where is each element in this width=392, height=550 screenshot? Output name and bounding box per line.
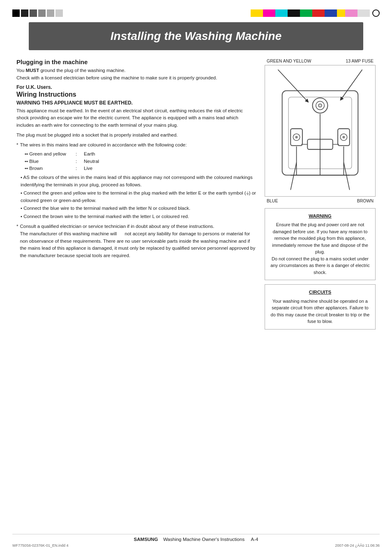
color-bar-magenta	[263, 9, 275, 17]
wire-row-green: • Green and yellow : Earth	[25, 151, 256, 158]
warning-box-title: WARNING	[270, 213, 370, 220]
warning-box-text: Ensure that the plug and power cord are …	[270, 221, 370, 276]
wire-colon-1: :	[76, 151, 84, 158]
wire-value-brown: Live	[84, 165, 92, 172]
wiring-title: Wiring Instructions	[16, 91, 256, 98]
footer-page: A-4	[251, 537, 258, 542]
circuits-box: CIRCUITS Your washing machine should be …	[265, 284, 376, 329]
circuits-title: CIRCUITS	[270, 289, 370, 296]
wire-colon-3: :	[76, 165, 84, 172]
wire-row-brown: • Brown : Live	[25, 165, 256, 172]
wire-value-green: Earth	[84, 151, 95, 158]
svg-point-12	[342, 136, 345, 138]
reg-sq-3	[38, 9, 46, 17]
star-item-2-text: The manufacturer of this washing machine…	[20, 231, 255, 258]
label-13-amp-fuse: 13 AMP FUSE	[346, 58, 374, 63]
color-bar-blue	[325, 9, 337, 17]
footer: SAMSUNG Washing Machine Owner's Instruct…	[12, 534, 380, 542]
content-area: Plugging in the machine You MUST ground …	[12, 58, 380, 330]
warning-box: WARNING Ensure that the plug and power c…	[265, 208, 376, 280]
top-marks-area	[12, 8, 380, 18]
plugging-title: Plugging in the machine	[16, 58, 256, 65]
circuits-text: Your washing machine should be operated …	[270, 298, 370, 325]
right-column: GREEN AND YELLOW 13 AMP FUSE	[265, 58, 376, 330]
bullet-3: Connect the blue wire to the terminal ma…	[21, 205, 256, 212]
footer-description: Washing Machine Owner's Instructions	[163, 537, 244, 542]
star-item-2-title: Consult a qualified electrician or servi…	[20, 224, 214, 229]
wire-name-brown: • Brown	[26, 165, 76, 172]
bullet-4: Connect the brown wire to the terminal m…	[21, 213, 256, 220]
star-item-2: * Consult a qualified electrician or ser…	[16, 223, 256, 260]
reg-sq-1	[21, 9, 28, 17]
warning-appliance-heading: WARNING THIS APPLIANCE MUST BE EARTHED.	[16, 100, 256, 106]
for-uk-label: For U.K. Users.	[16, 84, 256, 90]
wire-value-blue: Neutral	[84, 158, 99, 165]
star-item-2-body: Consult a qualified electrician or servi…	[20, 223, 256, 260]
plugging-body: You MUST ground the plug of the washing …	[16, 67, 256, 82]
wiring-bullets: AS the colours of the wires in the mains…	[16, 174, 256, 220]
left-registration-marks	[12, 9, 63, 17]
reg-sq-5	[55, 9, 63, 17]
color-bar-black	[288, 9, 300, 17]
bullet-2: Connect the green and yellow wire to the…	[21, 190, 256, 204]
wiring-para2: The plug must be plugged into a socket t…	[16, 132, 256, 139]
footer-brand: SAMSUNG	[134, 537, 158, 542]
label-green-yellow: GREEN AND YELLOW	[267, 58, 311, 63]
star-item-1: * The wires in this mains lead are colou…	[16, 142, 256, 149]
diagram-labels-top: GREEN AND YELLOW 13 AMP FUSE	[265, 58, 376, 63]
page-title: Installing the Washing Machine	[37, 30, 355, 43]
file-info-left: WF7750S6-02376K-01_EN.indd 4	[12, 543, 69, 548]
color-bar-cyan	[275, 9, 288, 17]
color-bar-green	[300, 9, 312, 17]
color-bar-pink	[345, 9, 357, 17]
wire-colon-2: :	[76, 158, 84, 165]
star-marker-2: *	[16, 223, 18, 260]
reg-squares-row	[21, 9, 63, 17]
reg-circle-right	[372, 9, 380, 17]
wire-name-green: • Green and yellow	[26, 151, 76, 158]
wire-table: • Green and yellow : Earth • Blue : Neut…	[25, 151, 256, 172]
footer-content: SAMSUNG Washing Machine Owner's Instruct…	[134, 537, 258, 542]
svg-point-9	[295, 136, 297, 138]
plug-diagram-svg	[265, 65, 375, 196]
diagram-labels-bottom: BLUE BROWN	[265, 198, 376, 203]
color-bar-lightgray	[357, 9, 370, 17]
color-bar-red	[312, 9, 325, 17]
reg-sq-2	[30, 9, 37, 17]
color-bars-right	[251, 9, 380, 17]
color-bar-yellow2	[337, 9, 345, 17]
bottom-file-info: WF7750S6-02376K-01_EN.indd 4 2007-08-24 …	[12, 543, 380, 548]
wire-row-blue: • Blue : Neutral	[25, 158, 256, 165]
star-marker-1: *	[16, 142, 18, 149]
label-brown: BROWN	[357, 198, 374, 203]
wire-name-blue: • Blue	[26, 158, 76, 165]
star-item-1-text: The wires in this mains lead are coloure…	[20, 142, 187, 149]
label-blue: BLUE	[267, 198, 278, 203]
page: Installing the Washing Machine Plugging …	[0, 0, 392, 550]
color-bar-yellow	[251, 9, 263, 17]
wiring-para1: This appliance must be earthed. In the e…	[16, 107, 256, 129]
file-info-right: 2007-08-24 ¿ÀÂü 11:06:36	[335, 543, 380, 548]
reg-sq-4	[47, 9, 54, 17]
title-box: Installing the Washing Machine	[29, 22, 363, 50]
bullet-1: AS the colours of the wires in the mains…	[21, 174, 256, 189]
reg-square-black	[12, 9, 20, 17]
plug-diagram	[265, 65, 376, 197]
left-column: Plugging in the machine You MUST ground …	[16, 58, 256, 330]
